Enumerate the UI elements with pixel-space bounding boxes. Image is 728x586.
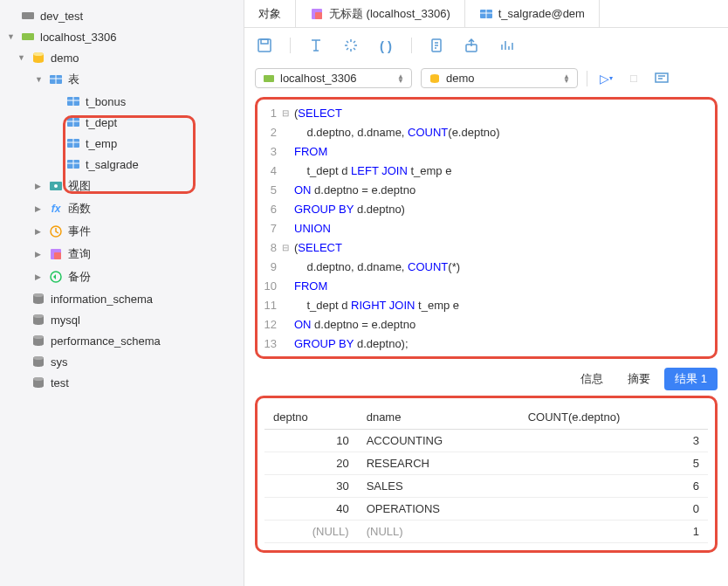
- database-select[interactable]: demo ▲▼: [421, 68, 578, 88]
- tree-item-information_schema[interactable]: information_schema: [0, 288, 244, 309]
- svg-point-28: [33, 314, 44, 318]
- cell[interactable]: ACCOUNTING: [358, 430, 519, 452]
- code-line[interactable]: d.deptno, d.dname, COUNT(e.deptno): [294, 122, 711, 141]
- expand-arrow[interactable]: ▶: [35, 204, 44, 213]
- connection-select[interactable]: localhost_3306 ▲▼: [255, 68, 412, 88]
- expand-arrow[interactable]: ▼: [7, 32, 16, 41]
- tree-item-mysql[interactable]: mysql: [0, 309, 244, 330]
- snippet-button[interactable]: [428, 36, 447, 55]
- fold-toggle[interactable]: ⊟: [280, 243, 291, 252]
- explain-button[interactable]: [652, 69, 671, 88]
- cyl-icon: [31, 313, 45, 327]
- tree-label: t_dept: [86, 116, 117, 129]
- tab[interactable]: 无标题 (localhost_3306): [296, 0, 465, 27]
- cell[interactable]: 6: [519, 475, 708, 498]
- tree-item-[interactable]: ▶备份: [0, 265, 244, 288]
- tree-item-[interactable]: ▶fx函数: [0, 197, 244, 220]
- stop-button[interactable]: □: [624, 69, 643, 88]
- tree-label: 函数: [68, 201, 91, 217]
- save-button[interactable]: [255, 36, 274, 55]
- result-tab[interactable]: 结果 1: [664, 368, 718, 390]
- line-number: 10: [261, 279, 280, 293]
- code-line[interactable]: FROM: [294, 276, 711, 295]
- tree-item-demo[interactable]: ▼demo: [0, 47, 244, 68]
- code-line[interactable]: GROUP BY d.deptno): [294, 199, 711, 218]
- code-line[interactable]: t_dept d LEFT JOIN t_emp e: [294, 161, 711, 180]
- tree-item-test[interactable]: test: [0, 372, 244, 393]
- export-button[interactable]: [463, 36, 482, 55]
- code-line[interactable]: FROM: [294, 141, 711, 161]
- tree-item-t_emp[interactable]: t_emp: [0, 133, 244, 154]
- cell[interactable]: 40: [264, 498, 358, 521]
- code-line[interactable]: (SELECT: [294, 238, 711, 257]
- table-row[interactable]: 20RESEARCH5: [264, 452, 708, 475]
- cell[interactable]: SALES: [358, 475, 519, 498]
- table-row[interactable]: 10ACCOUNTING3: [264, 430, 708, 452]
- table-row[interactable]: (NULL)(NULL)1: [264, 521, 708, 543]
- backup-icon: [49, 270, 63, 284]
- result-tab[interactable]: 信息: [570, 368, 614, 390]
- expand-arrow[interactable]: ▶: [35, 272, 44, 281]
- code-line[interactable]: UNION: [294, 218, 711, 238]
- code-line[interactable]: t_dept d RIGHT JOIN t_emp e: [294, 295, 711, 314]
- cell[interactable]: 0: [519, 498, 708, 521]
- tree-item-[interactable]: ▶视图: [0, 175, 244, 197]
- column-header[interactable]: deptno: [264, 405, 358, 430]
- tree-item-t_bonus[interactable]: t_bonus: [0, 91, 244, 112]
- line-number: 9: [261, 260, 280, 273]
- column-header[interactable]: COUNT(e.deptno): [519, 405, 708, 430]
- paren-button[interactable]: ( ): [376, 36, 395, 55]
- tree-item-[interactable]: ▶查询: [0, 243, 244, 265]
- cell[interactable]: 3: [519, 430, 708, 452]
- expand-arrow[interactable]: ▶: [35, 182, 44, 190]
- svg-point-34: [33, 377, 44, 381]
- cell[interactable]: RESEARCH: [358, 452, 519, 475]
- svg-rect-44: [264, 75, 274, 82]
- expand-arrow[interactable]: ▶: [35, 250, 44, 259]
- tree-item-performance_schema[interactable]: performance_schema: [0, 330, 244, 351]
- code-line[interactable]: (SELECT: [294, 103, 711, 122]
- cell[interactable]: 20: [264, 452, 358, 475]
- expand-arrow[interactable]: ▼: [17, 53, 26, 62]
- tree-item-t_dept[interactable]: t_dept: [0, 112, 244, 133]
- line-number: 3: [261, 145, 280, 158]
- tab[interactable]: t_salgrade@dem: [465, 0, 600, 27]
- expand-arrow[interactable]: ▶: [35, 227, 44, 236]
- cell[interactable]: 30: [264, 475, 358, 498]
- table-row[interactable]: 40OPERATIONS0: [264, 498, 708, 521]
- expand-arrow[interactable]: ▼: [35, 75, 44, 84]
- fold-toggle[interactable]: ⊟: [280, 108, 291, 118]
- cyl-icon: [31, 334, 45, 348]
- code-line[interactable]: d.deptno, d.dname, COUNT(*): [294, 257, 711, 276]
- tree-item-sys[interactable]: sys: [0, 351, 244, 372]
- code-line[interactable]: ON d.deptno = e.deptno: [294, 314, 711, 334]
- cell[interactable]: OPERATIONS: [358, 498, 519, 521]
- cell[interactable]: 10: [264, 430, 358, 452]
- tree-item-localhost_3306[interactable]: ▼localhost_3306: [0, 26, 244, 47]
- format-button[interactable]: [306, 36, 326, 55]
- cell[interactable]: 5: [519, 452, 708, 475]
- tree-item-dev_test[interactable]: dev_test: [0, 5, 244, 26]
- code-line[interactable]: GROUP BY d.deptno);: [294, 334, 711, 353]
- cell[interactable]: 1: [519, 521, 708, 543]
- tree-item-[interactable]: ▼表: [0, 68, 244, 91]
- tree-label: localhost_3306: [40, 31, 116, 44]
- tree-label: 备份: [68, 269, 91, 285]
- run-button[interactable]: ▷▾: [596, 69, 615, 88]
- tab[interactable]: 对象: [244, 0, 296, 27]
- table-row[interactable]: 30SALES6: [264, 475, 708, 498]
- sql-editor[interactable]: 1⊟2345678⊟910111213 (SELECT d.deptno, d.…: [255, 97, 718, 359]
- line-number: 7: [261, 222, 280, 235]
- tree-item-t_salgrade[interactable]: t_salgrade: [0, 154, 244, 175]
- cell[interactable]: (NULL): [264, 521, 358, 543]
- cell[interactable]: (NULL): [358, 521, 519, 543]
- column-header[interactable]: dname: [358, 405, 519, 430]
- svg-point-20: [54, 184, 58, 188]
- query-icon: [49, 247, 63, 261]
- code-line[interactable]: ON d.deptno = e.deptno: [294, 180, 711, 199]
- chart-button[interactable]: [498, 36, 517, 55]
- line-number: 6: [261, 203, 280, 216]
- result-tab[interactable]: 摘要: [617, 368, 661, 390]
- beautify-button[interactable]: [341, 36, 361, 55]
- tree-item-[interactable]: ▶事件: [0, 220, 244, 243]
